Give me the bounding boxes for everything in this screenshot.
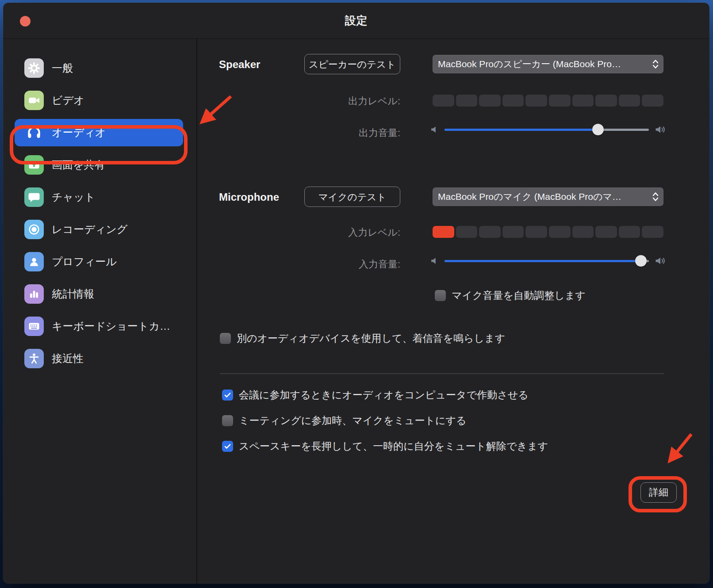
speaker-section-label: Speaker [219,58,260,71]
level-meter-segment [479,226,501,238]
person-icon [24,252,44,271]
output-level-label: 出力レベル: [285,95,400,108]
chevron-up-down-icon [652,58,659,70]
sidebar-item-label: チャット [52,190,95,204]
accessibility-icon [24,349,44,368]
checkbox-checked[interactable] [222,441,233,452]
level-meter-segment [572,95,594,107]
level-meter-segment [595,226,617,238]
sidebar-item-statistics[interactable]: 統計情報 [15,280,183,308]
sidebar: 一般ビデオオーディオ画面を共有チャットレコーディングプロフィール統計情報キーボー… [3,39,196,584]
section-divider [220,373,664,374]
sidebar-item-label: 画面を共有 [52,158,105,172]
microphone-device-select[interactable]: MacBook Proのマイク (MacBook Proのマ… [433,187,663,206]
window-title: 設定 [3,13,709,28]
test-speaker-button[interactable]: スピーカーのテスト [304,54,400,74]
level-meter-segment [642,95,663,107]
level-meter-segment [479,95,501,107]
level-meter-segment [619,226,640,238]
level-meter-segment [456,226,478,238]
volume-max-icon [654,256,667,266]
output-volume-slider-thumb[interactable] [592,124,604,135]
chat-bubble-icon [24,187,44,207]
sidebar-item-label: ビデオ [52,93,84,107]
annotation-arrow-advanced [671,434,691,460]
ringtone-device-checkbox-row: 別のオーディオデバイスを使用して、着信音を鳴らします [220,332,505,345]
input-volume-slider-thumb[interactable] [635,255,647,267]
output-volume-slider[interactable] [445,124,649,135]
checkbox-label: 会議に参加するときにオーディオをコンピュータで作動させる [239,388,529,402]
output-volume-label: 出力音量: [285,126,400,140]
advanced-button[interactable]: 詳細 [640,482,677,503]
share-screen-icon [24,155,44,175]
level-meter-segment [549,95,571,107]
sidebar-item-label: 統計情報 [52,287,94,301]
volume-min-icon [429,256,439,266]
checkbox-label: マイク音量を自動調整します [452,289,586,302]
level-meter-segment [525,226,547,238]
speaker-device-select[interactable]: MacBook Proのスピーカー (MacBook Pro… [433,55,663,73]
level-meter-segment [642,226,663,238]
checkbox-unchecked[interactable] [222,415,233,426]
level-meter-segment [502,226,524,238]
level-meter-segment [619,95,640,107]
level-meter-segment [549,226,571,238]
sidebar-item-label: レコーディング [52,222,127,237]
sidebar-item-keyboard-shortcuts[interactable]: キーボードショートカ… [15,313,183,340]
sidebar-item-recording[interactable]: レコーディング [15,216,183,243]
input-volume-slider[interactable] [445,255,649,267]
input-level-label: 入力レベル: [285,226,400,239]
sidebar-item-video[interactable]: ビデオ [15,87,183,114]
sidebar-item-accessibility[interactable]: 接近性 [15,345,183,372]
title-bar: 設定 [3,3,709,39]
auto-adjust-mic-checkbox-row: マイク音量を自動調整します [435,289,586,302]
gear-icon [24,58,44,78]
test-microphone-button[interactable]: マイクのテスト [304,187,400,207]
level-meter-segment [595,95,617,107]
input-volume-label: 入力音量: [285,258,400,271]
volume-max-icon [654,124,667,135]
annotation-arrow-audio [203,96,231,121]
slider-track [445,129,649,131]
level-meter-segment [502,95,524,107]
checkbox-checked[interactable] [222,389,233,401]
input-volume-slider-row [429,253,667,268]
sidebar-item-share-screen[interactable]: 画面を共有 [15,151,183,179]
checkbox-unchecked[interactable] [220,333,231,344]
chevron-up-down-icon [652,191,659,202]
sidebar-item-label: オーディオ [52,126,106,140]
checkbox-unchecked[interactable] [435,290,446,301]
mute-mic-checkbox-row: ミーティングに参加時、マイクをミュートにする [222,414,467,428]
join-audio-checkbox-row: 会議に参加するときにオーディオをコンピュータで作動させる [222,388,529,402]
output-level-meter [433,95,663,107]
sidebar-item-label: 接近性 [52,351,84,366]
speaker-device-value: MacBook Proのスピーカー (MacBook Pro… [438,58,652,70]
sidebar-item-chat[interactable]: チャット [15,183,183,211]
level-meter-segment [433,226,454,238]
sidebar-item-label: プロフィール [52,255,117,269]
record-icon [24,220,44,239]
input-level-meter [433,226,663,238]
space-unmute-checkbox-row: スペースキーを長押しして、一時的に自分をミュート解除できます [222,439,548,453]
slider-track [445,260,649,262]
level-meter-segment [572,226,594,238]
bar-chart-icon [24,284,44,304]
settings-window: 設定 一般ビデオオーディオ画面を共有チャットレコーディングプロフィール統計情報キ… [3,3,709,584]
checkbox-label: 別のオーディオデバイスを使用して、着信音を鳴らします [237,332,505,345]
microphone-section-label: Microphone [219,191,279,203]
headphones-icon [24,123,44,142]
level-meter-segment [456,95,478,107]
level-meter-segment [433,95,454,107]
sidebar-item-general[interactable]: 一般 [15,54,183,82]
sidebar-item-profile[interactable]: プロフィール [15,248,183,275]
slider-fill [445,260,641,262]
checkbox-label: スペースキーを長押しして、一時的に自分をミュート解除できます [239,439,548,453]
checkbox-label: ミーティングに参加時、マイクをミュートにする [239,414,467,428]
sidebar-item-audio[interactable]: オーディオ [15,119,183,146]
sidebar-item-label: キーボードショートカ… [52,319,170,333]
output-volume-slider-row [429,122,667,137]
slider-fill [445,129,598,131]
video-camera-icon [24,91,44,110]
microphone-device-value: MacBook Proのマイク (MacBook Proのマ… [438,191,652,203]
level-meter-segment [525,95,547,107]
